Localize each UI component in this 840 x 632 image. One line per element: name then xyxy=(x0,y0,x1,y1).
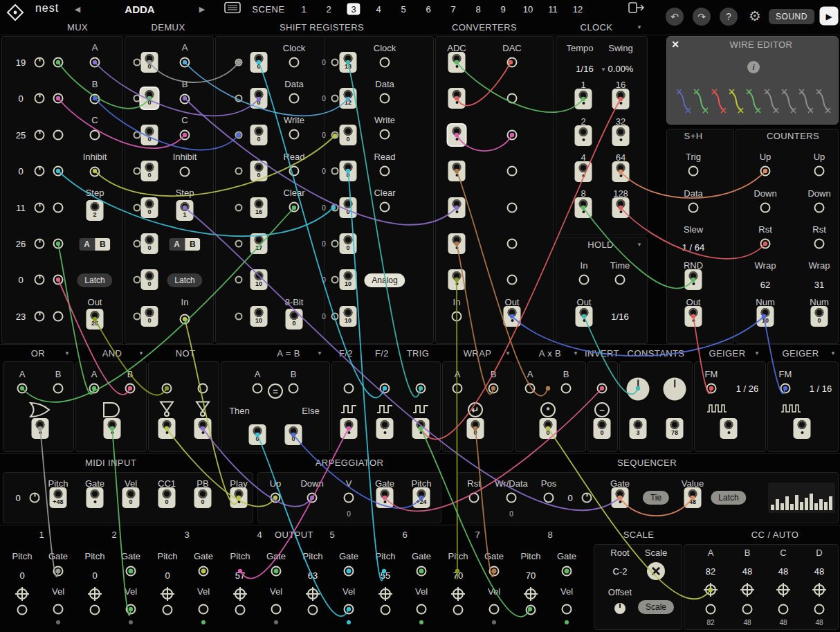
clock-div-port-128[interactable] xyxy=(612,197,630,218)
axb-b-port[interactable] xyxy=(561,383,572,394)
wire-swatch[interactable] xyxy=(781,86,796,116)
sr1-input-port[interactable] xyxy=(235,240,243,248)
f2b-out-port[interactable] xyxy=(376,418,394,439)
demux-inhibit-port[interactable] xyxy=(180,167,190,177)
output-gate-port[interactable] xyxy=(126,566,136,577)
wrap-out-port[interactable]: 0 xyxy=(467,418,484,439)
output-pitch-port[interactable] xyxy=(17,605,28,615)
output-pitch-cv-port[interactable] xyxy=(380,588,391,599)
output-vel-port[interactable] xyxy=(53,604,64,615)
toggle-option-b[interactable]: B xyxy=(185,238,201,251)
constant-knob-1[interactable] xyxy=(627,378,650,401)
scene-tab-2[interactable]: 2 xyxy=(326,4,331,15)
output-vel-port[interactable] xyxy=(489,604,500,615)
sr1-input-port[interactable] xyxy=(235,59,243,66)
sh-trig-port[interactable] xyxy=(688,166,699,177)
cc-port[interactable] xyxy=(742,604,753,615)
cc-port[interactable] xyxy=(706,604,716,615)
sr1-input-port[interactable] xyxy=(235,95,243,102)
tools-icon[interactable] xyxy=(647,562,665,580)
output-pitch-port[interactable] xyxy=(235,605,246,615)
midi-cc1-port[interactable]: 0 xyxy=(158,487,176,508)
scene-tab-6[interactable]: 6 xyxy=(426,4,430,15)
cc-cv-port[interactable] xyxy=(742,584,753,595)
info-icon[interactable]: i xyxy=(747,61,760,73)
demux-input-port[interactable] xyxy=(134,276,141,284)
demux-port[interactable]: 0 xyxy=(141,197,158,218)
mux-output-port[interactable] xyxy=(53,130,64,141)
wire-swatch[interactable] xyxy=(764,86,779,116)
not1-in-port[interactable] xyxy=(162,383,172,394)
output-gate-port[interactable] xyxy=(344,566,354,577)
output-pitch-cv-port[interactable] xyxy=(525,588,536,599)
sr2-analog-button[interactable]: Analog xyxy=(364,273,405,287)
mux-knob[interactable] xyxy=(35,312,45,322)
wire-editor-close-icon[interactable]: ✕ xyxy=(671,39,679,50)
sr2-stage-port[interactable]: 0 xyxy=(340,197,357,218)
geiger2-fm-port[interactable] xyxy=(780,383,791,394)
clock-div-port-32[interactable] xyxy=(612,125,630,146)
scene-tab-5[interactable]: 5 xyxy=(401,4,405,15)
arp-down-port[interactable] xyxy=(307,493,318,503)
midi-gate-port[interactable] xyxy=(86,487,104,508)
demux-port[interactable]: 0 xyxy=(141,125,158,145)
seq-rst-port[interactable] xyxy=(469,493,480,503)
output-gate-port[interactable] xyxy=(53,566,64,577)
output-pitch-port[interactable] xyxy=(90,605,100,615)
adc-in-port[interactable] xyxy=(452,312,462,322)
wrap-b-port[interactable] xyxy=(489,383,499,394)
mux-knob[interactable] xyxy=(35,93,45,104)
demux-port[interactable]: 0 xyxy=(141,306,158,327)
output-vel-port[interactable] xyxy=(271,604,282,615)
adc-port[interactable] xyxy=(448,269,466,290)
demux-port[interactable]: 0 xyxy=(141,52,158,73)
demux-input-port[interactable] xyxy=(134,240,141,248)
preset-prev-icon[interactable]: ◀ xyxy=(75,5,80,14)
sr1-stage-port[interactable]: 16 xyxy=(250,197,268,218)
mux-knob[interactable] xyxy=(35,275,45,285)
not2-out-port[interactable] xyxy=(194,418,212,439)
demux-ab-toggle[interactable]: AB xyxy=(169,238,200,251)
demux-in-port[interactable] xyxy=(180,314,190,325)
sr1-stage-port[interactable]: 0 xyxy=(250,88,268,109)
redo-button[interactable]: ↷ xyxy=(693,8,711,26)
scene-tab-12[interactable]: 12 xyxy=(573,4,583,15)
wire-swatch[interactable] xyxy=(729,86,744,116)
demux-a-port[interactable] xyxy=(180,57,190,68)
sr2-read-port[interactable] xyxy=(380,166,390,177)
sr1-input-port[interactable] xyxy=(235,204,243,212)
output-vel-port[interactable] xyxy=(199,604,209,615)
sr2-clear-port[interactable] xyxy=(380,202,390,213)
preset-next-icon[interactable]: ▶ xyxy=(199,5,205,14)
demux-c-port[interactable] xyxy=(180,130,190,141)
f2a-in-port[interactable] xyxy=(344,383,354,394)
demux-input-port[interactable] xyxy=(134,59,141,66)
mux-step-port[interactable]: 2 xyxy=(86,200,104,221)
sr2-stage-port[interactable]: 12 xyxy=(340,88,357,109)
mux-knob[interactable] xyxy=(35,57,45,68)
section-title-clock[interactable]: CLOCK xyxy=(581,22,613,33)
sr2-stage-port[interactable]: 13 xyxy=(340,52,357,73)
cc-port[interactable] xyxy=(778,604,789,615)
sr2-stage-port[interactable]: 10 xyxy=(340,306,357,327)
sr1-write-port[interactable] xyxy=(289,129,300,140)
midi-vel-port[interactable]: 0 xyxy=(122,487,140,508)
counter-num-port[interactable]: 10 xyxy=(757,306,774,327)
demux-step-port[interactable]: 1 xyxy=(176,200,194,221)
axb-out-port[interactable]: 0 xyxy=(540,418,557,439)
mux-out-port[interactable]: 25 xyxy=(86,309,104,329)
hold-in-port[interactable] xyxy=(579,275,590,285)
seq-gate-port[interactable] xyxy=(612,487,629,508)
mux-output-port[interactable] xyxy=(53,166,64,177)
demux-port[interactable]: 0 xyxy=(141,269,158,290)
counter-down-port[interactable] xyxy=(814,203,825,213)
sr2-stage-port[interactable]: 0 xyxy=(340,161,357,181)
scene-tab-3[interactable]: 3 xyxy=(347,3,360,15)
sr1-input-port[interactable] xyxy=(235,276,243,284)
sh-out-port[interactable] xyxy=(685,306,702,327)
seq-latch-button[interactable]: Latch xyxy=(711,491,746,505)
sr1-stage-port[interactable]: 10 xyxy=(250,306,268,327)
trig-out-port[interactable] xyxy=(412,418,430,439)
midi-play-port[interactable] xyxy=(230,487,248,508)
arp-gate-port[interactable] xyxy=(376,487,394,508)
